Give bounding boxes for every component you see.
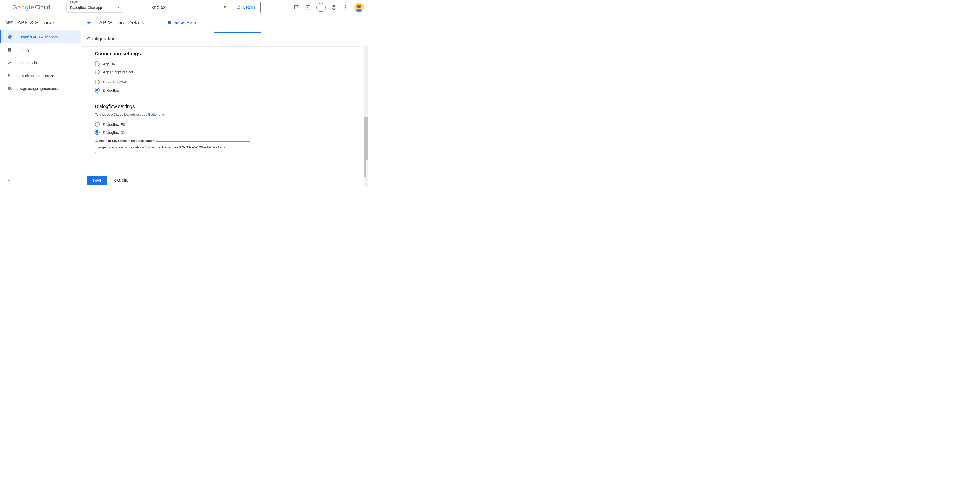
- svg-point-23: [8, 75, 9, 76]
- radio-icon: [95, 122, 100, 127]
- svg-point-22: [10, 74, 10, 75]
- radio-label: Apps Script project: [103, 70, 133, 74]
- sidebar-item-label: Page usage agreements: [19, 87, 58, 90]
- consent-icon: [7, 73, 13, 78]
- form-footer: SAVE CANCEL: [81, 173, 363, 187]
- cancel-button[interactable]: CANCEL: [114, 179, 128, 182]
- nav-menu-icon[interactable]: [4, 5, 10, 10]
- agent-resource-field: Agent or Environment resource name *: [95, 141, 250, 153]
- svg-rect-2: [306, 6, 310, 10]
- editions-link[interactable]: Editions: [148, 113, 160, 116]
- arrow-left-icon: [87, 20, 92, 25]
- collapse-sidebar-button[interactable]: [7, 178, 11, 184]
- section-bar: API APIs & Services API/Service Details …: [0, 15, 368, 30]
- radio-label: App URL: [103, 62, 118, 66]
- product-badge: API: [5, 20, 13, 25]
- svg-point-21: [8, 74, 9, 75]
- sidebar-item-label: OAuth consent screen: [19, 74, 54, 78]
- sidebar-item-label: Enabled APIs & services: [19, 35, 58, 39]
- search-clear-button[interactable]: ✕: [219, 2, 231, 13]
- sidebar: Enabled APIs & services Library Credenti…: [0, 30, 81, 187]
- library-icon: [7, 47, 13, 52]
- radio-label: Dialogflow: [103, 88, 119, 92]
- header-actions: 1: [293, 3, 364, 12]
- scrollbar-thumb[interactable]: [364, 117, 368, 160]
- svg-point-18: [8, 62, 10, 63]
- sidebar-item-oauth-consent[interactable]: OAuth consent screen: [0, 69, 81, 82]
- account-avatar[interactable]: [354, 3, 364, 12]
- radio-icon: [95, 88, 100, 92]
- agent-resource-input[interactable]: [95, 141, 250, 153]
- agent-resource-label: Agent or Environment resource name *: [98, 139, 156, 143]
- external-link-icon: [162, 113, 164, 116]
- connection-settings-heading: Connection settings: [95, 51, 368, 56]
- connection-option-app-url[interactable]: App URL: [95, 60, 368, 68]
- search-icon: [236, 5, 241, 10]
- scrollbar-thumb[interactable]: [364, 155, 366, 177]
- stop-icon: [168, 21, 171, 24]
- connection-option-pubsub[interactable]: Cloud Pub/Sub: [95, 78, 368, 86]
- top-bar: Google Cloud Project Dialogflow Chat app…: [0, 0, 368, 15]
- search-input[interactable]: [147, 2, 219, 13]
- page-title: API/Service Details: [99, 20, 144, 26]
- key-icon: [7, 60, 13, 65]
- chat-icon[interactable]: [293, 5, 299, 10]
- scrollbar[interactable]: [364, 46, 368, 187]
- radio-icon: [95, 79, 100, 84]
- sidebar-item-label: Library: [19, 48, 30, 52]
- svg-point-25: [8, 76, 9, 77]
- main-content: Configuration Connection settings App UR…: [81, 30, 368, 187]
- sidebar-item-library[interactable]: Library: [0, 43, 81, 56]
- dialogflow-option-cx[interactable]: Dialogflow CX: [95, 128, 368, 136]
- project-selector-label: Project: [69, 0, 80, 3]
- disable-api-button[interactable]: DISABLE API: [168, 21, 196, 25]
- svg-point-24: [10, 75, 10, 76]
- radio-icon: [95, 130, 100, 135]
- google-cloud-logo[interactable]: Google Cloud: [13, 4, 50, 11]
- svg-line-1: [240, 8, 240, 10]
- search-button-label: Search: [243, 5, 255, 10]
- help-icon[interactable]: [331, 5, 337, 10]
- radio-label: Dialogflow CX: [103, 130, 126, 135]
- svg-point-7: [345, 7, 346, 8]
- connection-option-dialogflow[interactable]: Dialogflow: [95, 86, 368, 94]
- sidebar-item-label: Credentials: [19, 61, 37, 65]
- configuration-heading: Configuration: [81, 36, 368, 46]
- diamond-icon: [7, 34, 13, 40]
- sidebar-item-enabled-apis[interactable]: Enabled APIs & services: [0, 30, 81, 43]
- product-title: APIs & Services: [18, 20, 55, 26]
- project-selector[interactable]: Project Dialogflow Chat app: [66, 2, 123, 13]
- connection-option-apps-script[interactable]: Apps Script project: [95, 68, 368, 76]
- dialogflow-settings-heading: Dialogflow settings: [95, 104, 368, 109]
- notifications-badge[interactable]: 1: [317, 3, 326, 12]
- sidebar-item-credentials[interactable]: Credentials: [0, 56, 81, 69]
- radio-icon: [95, 62, 100, 66]
- disable-api-label: DISABLE API: [173, 21, 196, 25]
- project-selector-value: Dialogflow Chat app: [70, 5, 102, 10]
- active-tab-indicator: [214, 32, 261, 33]
- cloud-shell-icon[interactable]: [305, 5, 311, 10]
- dialogflow-option-es[interactable]: Dialogflow ES: [95, 120, 368, 128]
- radio-label: Dialogflow ES: [103, 122, 125, 127]
- svg-point-8: [345, 9, 346, 10]
- svg-point-30: [11, 89, 11, 90]
- chevron-down-icon: [117, 7, 120, 10]
- back-button[interactable]: [87, 20, 92, 25]
- dialogflow-hint: To choose a Dialogflow edition, see Edit…: [95, 113, 368, 116]
- svg-point-6: [345, 5, 346, 6]
- save-button[interactable]: SAVE: [87, 176, 107, 185]
- svg-point-0: [237, 6, 240, 9]
- radio-icon: [95, 70, 100, 75]
- agreement-icon: [7, 86, 13, 91]
- more-vert-icon[interactable]: [343, 5, 348, 10]
- search-bar: ✕ Search: [147, 2, 261, 13]
- search-button[interactable]: Search: [231, 2, 261, 13]
- chevron-left-icon: [7, 178, 11, 183]
- sidebar-item-page-usage[interactable]: Page usage agreements: [0, 82, 81, 95]
- svg-point-5: [334, 8, 334, 9]
- radio-label: Cloud Pub/Sub: [103, 80, 127, 84]
- svg-point-26: [11, 75, 11, 76]
- close-icon: ✕: [223, 5, 227, 10]
